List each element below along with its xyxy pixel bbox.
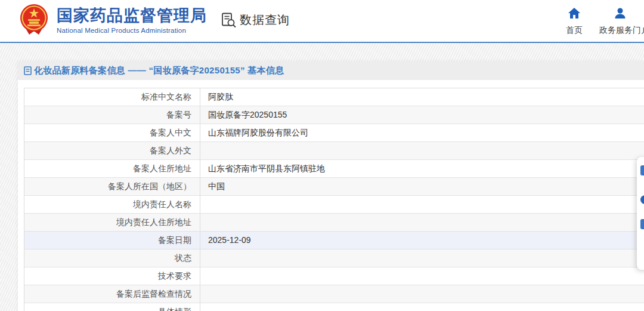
- panel-tool-icon[interactable]: [640, 219, 644, 229]
- field-label: 备案人住所地址: [24, 160, 200, 177]
- table-row: 具体情形: [24, 303, 644, 311]
- field-value: 国妆原备字20250155: [200, 106, 644, 124]
- header-divider: [0, 42, 644, 43]
- table-row: 技术要求: [24, 267, 644, 285]
- table-row: 备案日期2025-12-09: [24, 232, 644, 250]
- nav-portal[interactable]: 政务服务门户: [599, 7, 644, 36]
- table-row: 标准中文名称阿胶肽: [24, 88, 644, 106]
- field-label: 标准中文名称: [24, 88, 200, 106]
- field-value: [200, 214, 644, 231]
- field-label: 备案人中文: [24, 124, 200, 141]
- site-logo-text[interactable]: 国家药品监督管理局 National Medical Products Admi…: [57, 6, 207, 34]
- data-query-label: 数据查询: [240, 12, 290, 28]
- document-icon: [24, 66, 32, 75]
- nav-home-label: 首页: [566, 25, 583, 36]
- field-value: 山东省济南市平阴县东阿镇驻地: [200, 160, 644, 177]
- field-value: 阿胶肽: [200, 88, 644, 106]
- content-card: 化妆品新原料备案信息 —— “国妆原备字20250155” 基本信息 标准中文名…: [18, 61, 644, 311]
- field-label: 备案人外文: [24, 142, 200, 159]
- page-title: 化妆品新原料备案信息 —— “国妆原备字20250155” 基本信息: [34, 65, 284, 76]
- table-row: 境内责任人住所地址: [24, 214, 644, 232]
- panel-tool-icon[interactable]: [640, 165, 644, 175]
- field-label: 状态: [24, 250, 200, 267]
- emblem-icon: [20, 4, 48, 35]
- info-table: 标准中文名称阿胶肽备案号国妆原备字20250155备案人中文山东福牌阿胶股份有限…: [24, 88, 644, 311]
- user-icon: [614, 7, 627, 21]
- table-row: 备案人所在国（地区）中国: [24, 178, 644, 196]
- table-row: 备案号国妆原备字20250155: [24, 106, 644, 124]
- table-row: 境内责任人名称: [24, 196, 644, 214]
- site-title-cn: 国家药品监督管理局: [57, 6, 207, 25]
- field-label: 境内责任人名称: [24, 196, 200, 213]
- home-icon: [568, 7, 581, 21]
- site-title-en: National Medical Products Administration: [57, 27, 207, 34]
- nav-portal-label: 政务服务门户: [599, 25, 644, 36]
- nav-home[interactable]: 首页: [559, 7, 589, 36]
- table-row: 备案人外文: [24, 142, 644, 160]
- table-row: 备案人中文山东福牌阿胶股份有限公司: [24, 124, 644, 142]
- field-value: 山东福牌阿胶股份有限公司: [200, 124, 644, 141]
- site-header: 国家药品监督管理局 National Medical Products Admi…: [0, 0, 644, 42]
- field-label: 具体情形: [24, 303, 200, 311]
- field-value: [200, 196, 644, 213]
- national-emblem-logo[interactable]: [20, 4, 48, 35]
- field-value: 中国: [200, 178, 644, 195]
- field-value: 2025-12-09: [200, 232, 644, 249]
- field-value: [200, 267, 644, 285]
- table-row: 备案后监督检查情况: [24, 285, 644, 303]
- table-row: 备案人住所地址山东省济南市平阴县东阿镇驻地: [24, 160, 644, 178]
- field-value: [200, 285, 644, 303]
- field-label: 备案人所在国（地区）: [24, 178, 200, 195]
- page-title-bar: 化妆品新原料备案信息 —— “国妆原备字20250155” 基本信息: [18, 61, 644, 80]
- field-label: 技术要求: [24, 267, 200, 285]
- panel-tool-icon[interactable]: [640, 195, 644, 204]
- data-query-nav[interactable]: 数据查询: [221, 12, 290, 28]
- field-value: [200, 250, 644, 267]
- field-value: [200, 303, 644, 311]
- field-label: 境内责任人住所地址: [24, 214, 200, 231]
- table-row: 状态: [24, 250, 644, 267]
- data-query-icon: [221, 12, 237, 28]
- field-value: [200, 142, 644, 159]
- floating-tool-panel: [637, 157, 644, 270]
- field-label: 备案后监督检查情况: [24, 285, 200, 303]
- field-label: 备案号: [24, 106, 200, 124]
- field-label: 备案日期: [24, 232, 200, 249]
